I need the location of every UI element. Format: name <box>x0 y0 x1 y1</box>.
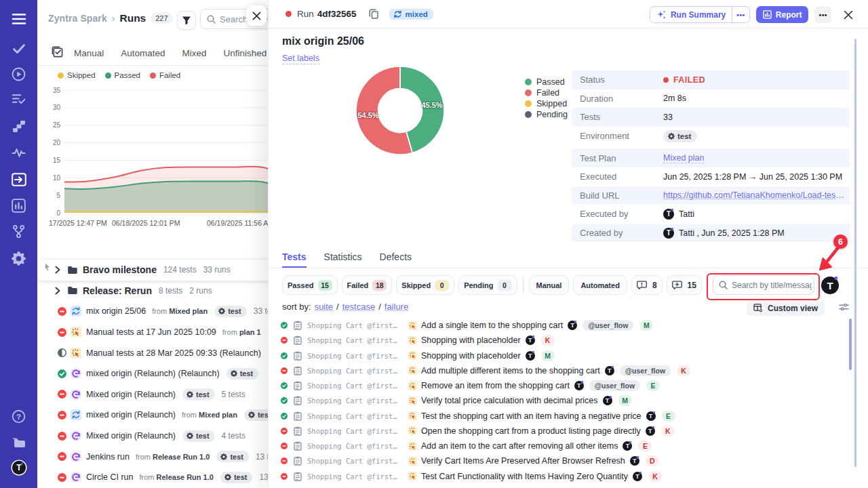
test-title[interactable]: Shopping with placeholder <box>421 351 521 361</box>
test-milestone-badge: M <box>639 320 653 331</box>
menu-hamburger-icon[interactable] <box>11 11 27 27</box>
tab-mixed[interactable]: Mixed <box>182 48 207 58</box>
select-all-icon[interactable] <box>52 46 63 60</box>
test-title[interactable]: Verify total price calculation with deci… <box>421 396 598 405</box>
test-row[interactable]: Shopping Cart @first…Test the shopping c… <box>269 409 859 424</box>
run-name[interactable]: Manual tests at 28 Mar 2025 09:33 (Relau… <box>86 348 261 358</box>
test-runs-nav-icon[interactable] <box>11 171 27 188</box>
projects-folder-icon[interactable] <box>11 434 27 450</box>
test-title[interactable]: Add a single item to the shopping cart <box>421 321 563 330</box>
test-title[interactable]: Add an item to the cart after removing a… <box>421 441 618 451</box>
filter-chip-manual[interactable]: Manual <box>529 275 570 295</box>
run-name[interactable]: Mixed origin (Relaunch) <box>86 431 176 441</box>
manual-test-icon <box>408 457 417 466</box>
test-tag-badge: @user_flow <box>620 365 671 376</box>
run-name[interactable]: mixed origin (Relaunch) (Relaunch) <box>86 369 220 378</box>
environment-badge: test <box>220 472 253 483</box>
filter-chip-passed[interactable]: Passed15 <box>282 275 338 295</box>
test-row[interactable]: Shopping Cart @first…Shopping with place… <box>269 333 859 348</box>
filter-chip-pending[interactable]: Pending0 <box>458 275 517 295</box>
run-name[interactable]: mix origin 25/06 <box>86 306 146 316</box>
custom-view-button[interactable]: Custom view <box>747 300 825 316</box>
test-title[interactable]: Remove an item from the shopping cart <box>421 381 570 390</box>
test-title[interactable]: Add multiple different items to the shop… <box>421 366 600 375</box>
play-circle-nav-icon[interactable] <box>11 66 27 82</box>
test-title[interactable]: Test Cart Functionality with Items Havin… <box>421 472 628 481</box>
sort-link-testcase[interactable]: testcase <box>342 302 375 312</box>
annotation-highlight-rect <box>707 273 820 300</box>
run-name[interactable]: Mixed origin (Relaunch) <box>86 390 176 399</box>
run-from-plan: from Release Run 1.0 <box>136 453 210 461</box>
user-avatar[interactable]: T <box>11 460 27 476</box>
drawer-dismiss-button[interactable] <box>841 7 856 22</box>
test-row[interactable]: Shopping Cart @first…Test Cart Functiona… <box>269 469 859 484</box>
run-summary-more-button[interactable]: ••• <box>732 11 749 19</box>
run-group-tests-count: 124 tests <box>163 265 197 274</box>
set-labels-link[interactable]: Set labels <box>282 54 319 64</box>
expand-chevron-icon[interactable] <box>55 287 64 295</box>
filter-chip-failed[interactable]: Failed18 <box>342 275 393 295</box>
filter-chip-comment-alert[interactable]: 8 <box>631 275 663 295</box>
view-settings-sliders-icon[interactable] <box>839 303 849 311</box>
info-label: Tests <box>572 112 663 122</box>
drawer-tab-tests[interactable]: Tests <box>282 251 307 268</box>
test-title[interactable]: Test the shopping cart with an item havi… <box>421 411 642 421</box>
drawer-tab-defects[interactable]: Defects <box>380 251 412 262</box>
assignee-avatar[interactable]: T <box>821 277 839 294</box>
test-row[interactable]: Shopping Cart @first…Shopping with place… <box>269 348 859 363</box>
test-row[interactable]: Shopping Cart @first…Add an item to the … <box>269 439 859 453</box>
settings-gear-nav-icon[interactable] <box>11 250 27 266</box>
legend-dot <box>105 73 111 79</box>
test-row[interactable]: Shopping Cart @first…Add multiple differ… <box>269 363 859 378</box>
manual-test-icon <box>408 472 417 481</box>
tab-unfinished[interactable]: Unfinished <box>224 48 267 58</box>
bar-chart-nav-icon[interactable] <box>11 197 27 214</box>
activity-nav-icon[interactable] <box>11 144 27 161</box>
test-list-scrollbar[interactable] <box>849 319 852 370</box>
chip-label: Pending <box>464 281 493 289</box>
checkmark-nav-icon[interactable] <box>11 41 27 57</box>
drawer-more-button[interactable]: ••• <box>814 6 831 23</box>
expand-chevron-icon[interactable] <box>55 266 64 274</box>
manual-test-icon <box>408 336 417 345</box>
svg-text:?: ? <box>16 412 21 420</box>
steps-nav-icon[interactable] <box>11 118 27 134</box>
comment-alert-icon <box>637 281 647 289</box>
run-name[interactable]: Circle CI run <box>86 472 133 482</box>
run-type-icon-auto <box>71 368 81 379</box>
sort-link-failure[interactable]: failure <box>384 302 408 312</box>
test-plan-link[interactable]: Mixed plan <box>663 153 704 163</box>
help-icon[interactable]: ? <box>11 408 27 424</box>
run-name[interactable]: mixed origin (Relaunch) <box>86 410 176 420</box>
test-row[interactable]: Shopping Cart @first…Verify Cart Items A… <box>269 453 859 468</box>
filter-chip-automated[interactable]: Automated <box>573 275 627 295</box>
list-check-nav-icon[interactable] <box>11 91 27 107</box>
git-branch-nav-icon[interactable] <box>11 223 27 239</box>
run-summary-button[interactable]: Run Summary <box>650 9 732 20</box>
test-title[interactable]: Open the shopping cart from a product li… <box>421 426 641 436</box>
testcase-icon <box>294 456 302 466</box>
build-url-link[interactable]: https://github.com/TetianaKhomenko/Load-… <box>663 190 845 200</box>
test-row[interactable]: Shopping Cart @first…Verify total price … <box>269 393 859 408</box>
tab-automated[interactable]: Automated <box>121 48 165 58</box>
test-row[interactable]: Shopping Cart @first…Add a single item t… <box>269 318 859 333</box>
test-row[interactable]: Shopping Cart @first…Open the shopping c… <box>269 424 859 439</box>
info-value: 33 <box>663 113 673 122</box>
test-title[interactable]: Verify Cart Items Are Preserved After Br… <box>421 456 625 466</box>
test-row[interactable]: Shopping Cart @first…Remove an item from… <box>269 378 859 393</box>
copy-run-id-icon[interactable] <box>369 9 378 19</box>
test-title[interactable]: Shopping with placeholder <box>421 336 521 345</box>
drawer-close-button[interactable] <box>246 5 267 26</box>
run-type-badge: mixed <box>389 9 433 20</box>
filter-button[interactable] <box>177 11 196 30</box>
drawer-tab-statistics[interactable]: Statistics <box>324 251 362 262</box>
tab-manual[interactable]: Manual <box>74 48 104 58</box>
info-label: Executed by <box>572 209 663 219</box>
filter-chip-comment-plus[interactable]: 15 <box>667 275 702 295</box>
breadcrumb-project[interactable]: Zyntra Spark <box>48 13 107 24</box>
filter-chip-skipped[interactable]: Skipped0 <box>396 275 454 295</box>
sort-link-suite[interactable]: suite <box>315 302 333 312</box>
run-name[interactable]: Manual tests at 17 Jun 2025 10:09 <box>86 327 216 337</box>
run-name[interactable]: Jenkins run <box>86 452 130 462</box>
report-button[interactable]: Report <box>756 6 809 23</box>
